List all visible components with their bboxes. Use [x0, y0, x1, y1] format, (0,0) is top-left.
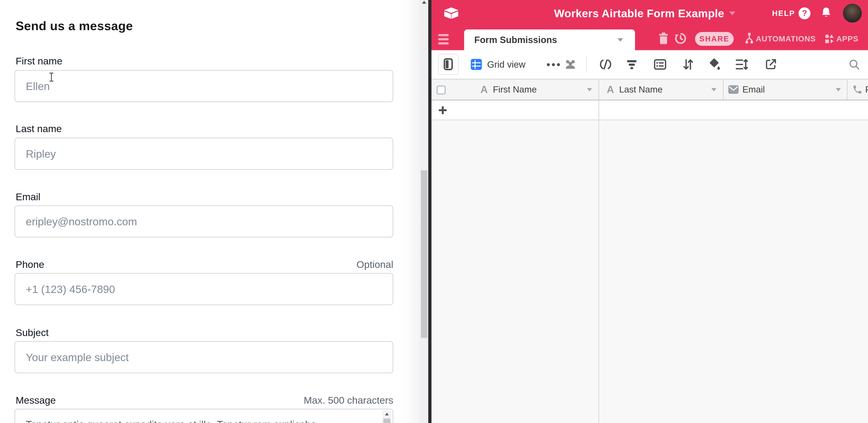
- sidebar-menu-icon[interactable]: [438, 34, 449, 44]
- last-name-input[interactable]: Ripley: [14, 138, 393, 170]
- notifications-bell-icon[interactable]: [820, 7, 832, 19]
- first-name-label: First name: [16, 55, 62, 67]
- toolbar-divider: [586, 56, 587, 73]
- first-name-input[interactable]: Ellen: [14, 70, 393, 102]
- airtable-window: Workers Airtable Form Example HELP ? For…: [431, 0, 868, 423]
- email-label: Email: [16, 190, 40, 203]
- group-icon[interactable]: [654, 58, 666, 71]
- form-title: Send us a message: [16, 18, 133, 34]
- collaborators-icon[interactable]: [564, 58, 577, 71]
- subject-input[interactable]: Your example subject: [14, 341, 393, 373]
- textarea-scrollbar-thumb[interactable]: [383, 419, 390, 423]
- row-height-icon[interactable]: [735, 58, 748, 70]
- first-name-placeholder: Ellen: [26, 80, 50, 92]
- help-circle-icon[interactable]: ?: [799, 7, 810, 19]
- chevron-down-icon[interactable]: [587, 88, 592, 91]
- last-name-label: Last name: [16, 122, 62, 135]
- sort-icon[interactable]: [683, 58, 694, 71]
- apps-icon[interactable]: [824, 33, 835, 44]
- column-header-last-name[interactable]: Last Name: [619, 80, 662, 99]
- chevron-down-icon: [729, 11, 735, 15]
- grid-header-row: A First Name A Last Name Email: [431, 79, 868, 100]
- column-header-phone[interactable]: P: [865, 80, 868, 99]
- table-name: Form Submissions: [474, 35, 557, 45]
- text-cursor-ibeam: [49, 72, 54, 82]
- more-options-icon[interactable]: [547, 63, 560, 66]
- frozen-column-divider: [598, 100, 599, 423]
- search-icon[interactable]: [848, 58, 860, 70]
- share-button[interactable]: SHARE: [695, 32, 734, 46]
- column-divider[interactable]: [847, 80, 847, 99]
- text-field-type-icon: A: [480, 80, 488, 99]
- column-divider[interactable]: [598, 80, 599, 99]
- message-textarea[interactable]: Tenetur optio quaerat expedita vero et i…: [14, 409, 393, 423]
- airtable-logo-icon[interactable]: [444, 5, 459, 21]
- window-divider: [428, 0, 431, 423]
- grid-view-icon: [471, 59, 482, 70]
- base-title: Workers Airtable Form Example: [554, 7, 724, 20]
- chevron-down-icon[interactable]: [836, 88, 841, 91]
- add-row-band: [431, 100, 868, 120]
- hide-fields-icon[interactable]: [599, 59, 612, 70]
- column-header-email[interactable]: Email: [742, 80, 765, 99]
- phone-placeholder: +1 (123) 456-7890: [26, 283, 115, 296]
- table-tab-form-submissions[interactable]: Form Submissions: [464, 29, 635, 50]
- textarea-scrollbar[interactable]: [382, 410, 391, 423]
- column-divider[interactable]: [723, 80, 723, 99]
- trash-icon[interactable]: [658, 32, 669, 44]
- last-name-placeholder: Ripley: [26, 148, 56, 160]
- email-field-type-icon: [728, 85, 739, 94]
- message-max-note: Max. 500 characters: [304, 394, 393, 406]
- filter-icon[interactable]: [626, 59, 638, 70]
- contact-form-pane: Send us a message First name Ellen Last …: [0, 0, 420, 423]
- chevron-down-icon[interactable]: [711, 88, 716, 91]
- page-scrollbar-thumb[interactable]: [421, 170, 427, 338]
- email-input[interactable]: eripley@nostromo.com: [14, 205, 393, 238]
- column-header-first-name[interactable]: First Name: [493, 80, 537, 99]
- base-title-menu[interactable]: Workers Airtable Form Example: [554, 0, 735, 27]
- select-all-checkbox[interactable]: [437, 86, 445, 94]
- user-avatar[interactable]: [843, 4, 862, 23]
- view-sidebar-toggle-button[interactable]: [438, 54, 459, 75]
- subject-placeholder: Your example subject: [26, 351, 129, 364]
- help-button[interactable]: HELP: [772, 0, 795, 27]
- view-toolbar: Grid view: [431, 50, 868, 79]
- phone-input[interactable]: +1 (123) 456-7890: [14, 273, 393, 305]
- scrollbar-up-arrow-icon[interactable]: [422, 1, 426, 4]
- airtable-top-bars: Workers Airtable Form Example HELP ? For…: [431, 0, 868, 50]
- automations-icon[interactable]: [744, 32, 755, 45]
- message-label: Message: [16, 394, 56, 406]
- add-record-button[interactable]: [439, 106, 447, 114]
- view-name[interactable]: Grid view: [487, 50, 526, 79]
- history-icon[interactable]: [674, 32, 687, 45]
- phone-field-type-icon: [852, 84, 863, 95]
- message-text: Tenetur optio quaerat expedita vero et i…: [26, 418, 375, 423]
- automations-button[interactable]: AUTOMATIONS: [756, 32, 816, 45]
- scroll-up-arrow-icon[interactable]: [385, 413, 389, 415]
- form-edge-shade: [397, 0, 420, 423]
- phone-optional-note: Optional: [356, 258, 393, 271]
- email-placeholder: eripley@nostromo.com: [26, 215, 137, 228]
- apps-button[interactable]: APPS: [836, 32, 859, 45]
- screen: Send us a message First name Ellen Last …: [0, 0, 868, 423]
- phone-label: Phone: [16, 258, 44, 271]
- color-icon[interactable]: [708, 58, 720, 71]
- text-field-type-icon: A: [607, 80, 614, 99]
- share-view-icon[interactable]: [765, 58, 777, 70]
- page-scrollbar[interactable]: [420, 0, 428, 423]
- subject-label: Subject: [16, 326, 49, 339]
- chevron-down-icon: [618, 38, 623, 42]
